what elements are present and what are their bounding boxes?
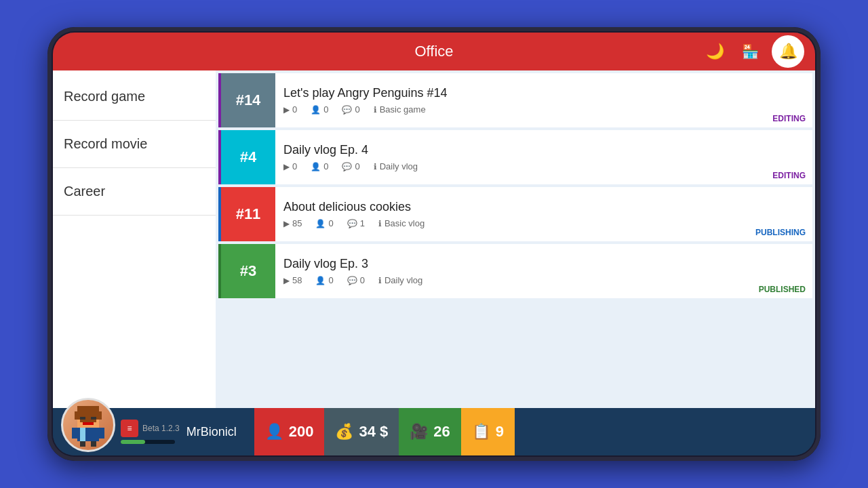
category-value-2: Basic vlog — [384, 218, 425, 228]
category-value-3: Daily vlog — [384, 275, 422, 285]
money-value: 34 $ — [359, 423, 388, 441]
followers-stat-2: 👤 0 — [315, 218, 333, 228]
video-info-3: Daily vlog Ep. 3 ▶ 58 👤 0 💬 0 — [275, 244, 812, 298]
comment-icon-1: 💬 — [342, 162, 352, 171]
svg-rect-13 — [91, 441, 96, 447]
comments-stat-2: 💬 1 — [347, 218, 365, 228]
video-card-0[interactable]: #14 Let's play Angry Penguins #14 ▶ 0 👤 … — [218, 73, 812, 127]
sidebar-item-record-movie[interactable]: Record movie — [53, 121, 216, 168]
money-icon: 💰 — [335, 423, 353, 441]
followers-value-3: 0 — [328, 275, 333, 285]
tasks-value: 9 — [496, 423, 504, 441]
video-card-3[interactable]: #3 Daily vlog Ep. 3 ▶ 58 👤 0 💬 0 — [218, 244, 812, 298]
video-status-1: EDITING — [772, 171, 806, 180]
comment-icon-2: 💬 — [347, 219, 357, 228]
video-info-2: About delicious cookies ▶ 85 👤 0 💬 1 — [275, 187, 812, 241]
xp-bar-container — [121, 440, 175, 444]
svg-rect-3 — [75, 411, 80, 420]
top-bar: Office 🌙 🏪 🔔 — [53, 33, 815, 70]
play-icon-2: ▶ — [283, 219, 290, 228]
plays-value-3: 58 — [292, 275, 302, 285]
plays-stat-0: ▶ 0 — [283, 104, 297, 115]
store-button[interactable]: 🏪 — [736, 38, 764, 65]
stat-block-followers: 👤 200 — [254, 408, 325, 455]
main-content: Record game Record movie Career #14 Let'… — [53, 70, 815, 408]
beta-text: Beta 1.2.3 — [142, 424, 180, 433]
info-stat-0: ℹ Basic game — [374, 104, 426, 115]
top-bar-icons: 🌙 🏪 🔔 — [701, 35, 804, 68]
followers-stat-1: 👤 0 — [311, 161, 328, 171]
svg-rect-11 — [99, 428, 104, 439]
plays-stat-2: ▶ 85 — [283, 218, 302, 228]
stat-block-videos: 🎥 26 — [399, 408, 460, 455]
category-value-1: Daily vlog — [380, 161, 418, 171]
videos-icon: 🎥 — [410, 423, 428, 441]
moon-button[interactable]: 🌙 — [701, 38, 728, 65]
video-number-0: #14 — [236, 92, 261, 109]
play-icon-1: ▶ — [283, 162, 290, 171]
follower-icon-1: 👤 — [311, 162, 321, 171]
stat-block-tasks: 📋 9 — [461, 408, 515, 455]
svg-rect-6 — [91, 417, 96, 420]
comments-stat-0: 💬 0 — [342, 104, 359, 115]
follower-icon-3: 👤 — [315, 276, 326, 285]
video-card-2[interactable]: #11 About delicious cookies ▶ 85 👤 0 💬 1 — [218, 187, 812, 241]
comment-icon-0: 💬 — [342, 105, 352, 115]
video-thumb-0: #14 — [221, 73, 275, 127]
video-card-1[interactable]: #4 Daily vlog Ep. 4 ▶ 0 👤 0 💬 0 — [218, 130, 812, 184]
svg-rect-7 — [83, 422, 94, 425]
screen: Office 🌙 🏪 🔔 Record game Record movie Ca… — [53, 33, 815, 455]
plays-value-0: 0 — [292, 104, 297, 115]
video-stats-3: ▶ 58 👤 0 💬 0 ℹ Daily vlog — [283, 275, 804, 285]
stats-row: 👤 200 💰 34 $ 🎥 26 📋 9 — [254, 408, 815, 455]
comments-value-3: 0 — [360, 275, 365, 285]
notification-button[interactable]: 🔔 — [772, 35, 804, 68]
video-thumb-1: #4 — [221, 130, 275, 184]
xp-bar — [121, 440, 145, 444]
comment-icon-3: 💬 — [347, 276, 357, 285]
followers-value-0: 0 — [323, 104, 328, 115]
info-stat-1: ℹ Daily vlog — [374, 161, 418, 171]
sidebar-item-record-game[interactable]: Record game — [53, 73, 216, 121]
comments-value-0: 0 — [355, 104, 359, 115]
sidebar: Record game Record movie Career — [53, 70, 216, 408]
video-status-0: EDITING — [772, 114, 806, 123]
info-stat-3: ℹ Daily vlog — [378, 275, 422, 285]
plays-value-2: 85 — [292, 218, 302, 228]
video-title-0: Let's play Angry Penguins #14 — [283, 86, 804, 100]
comments-value-1: 0 — [355, 161, 359, 171]
followers-value: 200 — [289, 423, 314, 441]
player-name: MrBionicl — [186, 425, 254, 439]
comments-stat-1: 💬 0 — [342, 161, 359, 171]
sidebar-item-career[interactable]: Career — [53, 168, 216, 216]
svg-rect-9 — [80, 428, 85, 441]
stat-block-money: 💰 34 $ — [324, 408, 399, 455]
content-list: #14 Let's play Angry Penguins #14 ▶ 0 👤 … — [216, 70, 815, 408]
plays-value-1: 0 — [292, 161, 297, 171]
followers-stat-0: 👤 0 — [311, 104, 328, 115]
video-info-0: Let's play Angry Penguins #14 ▶ 0 👤 0 💬 … — [275, 73, 812, 127]
video-info-1: Daily vlog Ep. 4 ▶ 0 👤 0 💬 0 — [275, 130, 812, 184]
video-number-1: #4 — [240, 148, 256, 166]
info-icon-3: ℹ — [378, 276, 382, 285]
video-thumb-3: #3 — [221, 244, 275, 298]
video-stats-1: ▶ 0 👤 0 💬 0 ℹ Daily vlog — [283, 161, 804, 171]
beta-icon: ≡ — [121, 420, 138, 437]
comments-stat-3: 💬 0 — [347, 275, 365, 285]
videos-value: 26 — [433, 423, 450, 441]
followers-value-1: 0 — [323, 161, 328, 171]
video-number-3: #3 — [240, 262, 256, 280]
beta-version-area: ≡ Beta 1.2.3 — [121, 420, 180, 444]
svg-rect-4 — [96, 411, 102, 420]
category-value-0: Basic game — [380, 104, 426, 115]
video-title-3: Daily vlog Ep. 3 — [283, 257, 804, 271]
info-icon-2: ℹ — [378, 219, 382, 228]
video-status-3: PUBLISHED — [759, 285, 806, 294]
follower-icon-0: 👤 — [311, 105, 321, 115]
device: Office 🌙 🏪 🔔 Record game Record movie Ca… — [47, 27, 821, 461]
follower-icon-2: 👤 — [315, 219, 326, 228]
info-icon-1: ℹ — [374, 162, 377, 171]
video-title-1: Daily vlog Ep. 4 — [283, 143, 804, 157]
video-stats-2: ▶ 85 👤 0 💬 1 ℹ Basic vlog — [283, 218, 804, 228]
tasks-icon: 📋 — [472, 423, 490, 441]
